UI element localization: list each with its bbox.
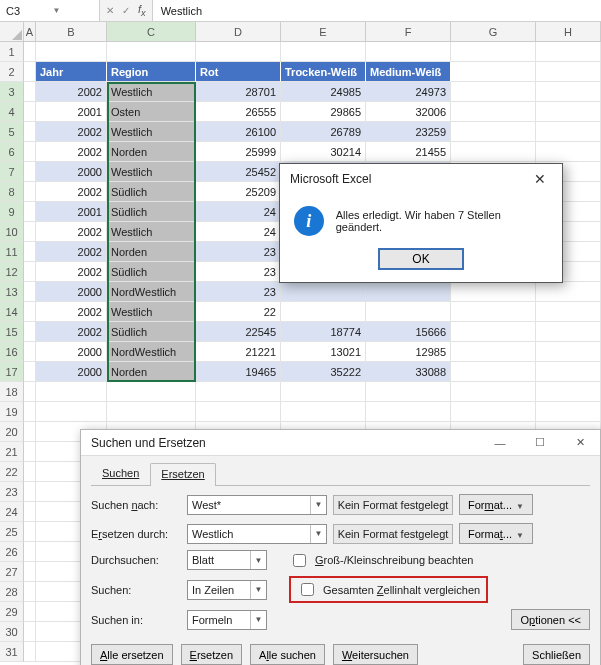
cell[interactable]: 26555 (196, 102, 281, 122)
cell[interactable] (451, 362, 536, 382)
cell[interactable] (24, 142, 36, 162)
cell[interactable] (451, 42, 536, 62)
cell[interactable]: Westlich (107, 162, 196, 182)
ok-button[interactable]: OK (378, 248, 464, 270)
close-button[interactable]: Schließen (523, 644, 590, 665)
dialog-close-icon[interactable]: ✕ (560, 436, 600, 449)
cancel-icon[interactable]: ✕ (106, 5, 114, 16)
cell[interactable]: 22 (196, 302, 281, 322)
cell[interactable]: 2002 (36, 242, 107, 262)
cell[interactable]: Region (107, 62, 196, 82)
cell[interactable] (24, 422, 36, 442)
cell[interactable] (451, 342, 536, 362)
chevron-down-icon[interactable]: ▼ (250, 551, 266, 569)
cell[interactable] (536, 402, 601, 422)
cell[interactable]: 13021 (281, 342, 366, 362)
cell[interactable]: Jahr (36, 62, 107, 82)
cell[interactable] (107, 382, 196, 402)
cell[interactable] (24, 62, 36, 82)
cell[interactable] (451, 402, 536, 422)
row-head[interactable]: 10 (0, 222, 24, 242)
col-head-c[interactable]: C (107, 22, 196, 41)
cell[interactable] (536, 282, 601, 302)
cell[interactable] (24, 242, 36, 262)
col-head-a[interactable]: A (24, 22, 36, 41)
cell[interactable]: Südlich (107, 322, 196, 342)
row-head[interactable]: 28 (0, 582, 24, 602)
cell[interactable] (451, 122, 536, 142)
row-head[interactable]: 22 (0, 462, 24, 482)
cell[interactable] (24, 642, 36, 662)
cell[interactable] (196, 402, 281, 422)
row-head[interactable]: 2 (0, 62, 24, 82)
cell[interactable] (36, 42, 107, 62)
cell[interactable] (24, 122, 36, 142)
row-head[interactable]: 14 (0, 302, 24, 322)
cell[interactable] (24, 442, 36, 462)
cell[interactable]: 33088 (366, 362, 451, 382)
minimize-icon[interactable]: — (480, 437, 520, 449)
row-head[interactable]: 18 (0, 382, 24, 402)
col-head-d[interactable]: D (196, 22, 281, 41)
cell[interactable] (451, 322, 536, 342)
row-head[interactable]: 30 (0, 622, 24, 642)
cell[interactable] (451, 62, 536, 82)
match-case-checkbox[interactable]: Groß-/Kleinschreibung beachten (289, 551, 473, 570)
cell[interactable] (451, 302, 536, 322)
cell[interactable]: 28701 (196, 82, 281, 102)
row-head[interactable]: 21 (0, 442, 24, 462)
chevron-down-icon[interactable]: ▼ (250, 611, 266, 629)
col-head-e[interactable]: E (281, 22, 366, 41)
maximize-icon[interactable]: ☐ (520, 436, 560, 449)
cell[interactable]: 30214 (281, 142, 366, 162)
cell[interactable]: 25999 (196, 142, 281, 162)
cell[interactable] (536, 82, 601, 102)
row-head[interactable]: 5 (0, 122, 24, 142)
row-head[interactable]: 19 (0, 402, 24, 422)
cell[interactable]: 23 (196, 242, 281, 262)
col-head-b[interactable]: B (36, 22, 107, 41)
col-head-f[interactable]: F (366, 22, 451, 41)
cell[interactable] (24, 222, 36, 242)
cell[interactable] (196, 42, 281, 62)
find-format-button[interactable]: Format...▼ (459, 494, 533, 515)
cell[interactable]: 15666 (366, 322, 451, 342)
cell[interactable]: 25209 (196, 182, 281, 202)
cell[interactable] (451, 382, 536, 402)
cell[interactable]: Medium-Weiß (366, 62, 451, 82)
entire-cell-checkbox[interactable]: Gesamten Zellinhalt vergleichen (297, 580, 480, 599)
replace-all-button[interactable]: Alle ersetzen (91, 644, 173, 665)
cell[interactable] (24, 462, 36, 482)
cell[interactable] (24, 102, 36, 122)
cell[interactable] (281, 402, 366, 422)
name-box-dropdown-icon[interactable]: ▼ (49, 6, 100, 15)
cell[interactable]: 26789 (281, 122, 366, 142)
cell[interactable]: NordWestlich (107, 282, 196, 302)
cell[interactable]: 2000 (36, 362, 107, 382)
cell[interactable]: 24 (196, 222, 281, 242)
cell[interactable]: 23 (196, 282, 281, 302)
cell[interactable] (24, 182, 36, 202)
cell[interactable] (536, 322, 601, 342)
cell[interactable] (24, 342, 36, 362)
cell[interactable]: Westlich (107, 122, 196, 142)
row-head[interactable]: 11 (0, 242, 24, 262)
row-head[interactable]: 23 (0, 482, 24, 502)
cell[interactable] (24, 162, 36, 182)
cell[interactable]: Norden (107, 242, 196, 262)
cell[interactable] (24, 202, 36, 222)
cell[interactable]: Westlich (107, 82, 196, 102)
cell[interactable] (24, 482, 36, 502)
cell[interactable] (24, 82, 36, 102)
cell[interactable]: 2002 (36, 182, 107, 202)
row-head[interactable]: 9 (0, 202, 24, 222)
cell[interactable] (536, 42, 601, 62)
row-head[interactable]: 15 (0, 322, 24, 342)
cell[interactable]: 29865 (281, 102, 366, 122)
row-head[interactable]: 16 (0, 342, 24, 362)
cell[interactable] (366, 402, 451, 422)
cell[interactable] (366, 282, 451, 302)
cell[interactable]: Südlich (107, 262, 196, 282)
replace-input[interactable]: Westlich ▼ (187, 524, 327, 544)
cell[interactable] (451, 142, 536, 162)
